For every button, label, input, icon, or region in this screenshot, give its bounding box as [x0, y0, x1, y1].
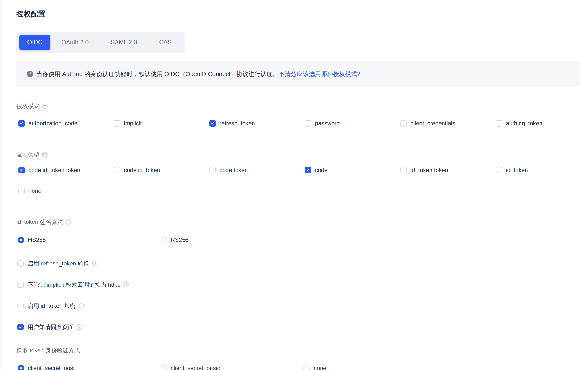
checkbox-icon[interactable]: [114, 120, 120, 127]
protocol-tab[interactable]: OIDC: [19, 35, 50, 50]
return-type-option[interactable]: code token: [209, 166, 305, 174]
token-auth-section-label: 换取 token 身份验证方式: [16, 346, 579, 355]
radio-icon[interactable]: [161, 237, 167, 243]
option-label: none: [314, 365, 326, 370]
option-label: RS256: [171, 237, 188, 243]
option-label: 启用 id_token 加密: [28, 302, 76, 310]
authorization-config-panel: 授权配置 OIDC OAuth 2.0 SAML 2.0 CAS i 当你使用 …: [0, 0, 588, 370]
option-label: 不强制 implicit 模式回调链接为 https: [28, 281, 120, 289]
option-label: client_secret_basic: [171, 365, 220, 370]
option-label: refresh_token: [220, 120, 255, 127]
info-banner: i 当你使用 Authing 的身份认证功能时，默认使用 OIDC（OpenID…: [16, 61, 579, 87]
radio-icon[interactable]: [18, 237, 24, 243]
checkbox-icon[interactable]: [18, 167, 25, 173]
checkbox-icon[interactable]: [17, 324, 24, 330]
help-question-icon[interactable]: ?: [42, 104, 48, 109]
checkbox-icon[interactable]: [17, 282, 24, 288]
help-question-icon[interactable]: ?: [123, 282, 128, 287]
grant-mode-option[interactable]: authorization_code: [18, 119, 114, 128]
banner-help-link[interactable]: 不清楚应该选用哪种授权模式?: [279, 70, 360, 78]
grant-mode-option[interactable]: refresh_token: [209, 119, 305, 128]
option-label: 启用 refresh_token 轮换: [28, 260, 89, 267]
help-question-icon[interactable]: ?: [77, 324, 82, 330]
signing-alg-option[interactable]: RS256: [161, 236, 304, 244]
tab-label: CAS: [159, 39, 171, 46]
option-label: authorization_code: [29, 120, 77, 127]
radio-icon[interactable]: [18, 365, 24, 370]
option-label: id_token: [506, 167, 528, 173]
signing-alg-option[interactable]: HS256: [18, 236, 161, 244]
toggle-option[interactable]: 不强制 implicit 模式回调链接为 https ?: [17, 280, 579, 289]
option-label: none: [29, 187, 41, 194]
option-label: code token: [220, 167, 248, 173]
token-auth-option[interactable]: client_secret_basic: [161, 364, 304, 370]
return-type-option[interactable]: id_token token: [400, 166, 496, 174]
page-title: 授权配置: [16, 9, 579, 19]
return-type-option[interactable]: none: [18, 186, 114, 195]
protocol-tab-group: OIDC OAuth 2.0 SAML 2.0 CAS: [16, 32, 186, 52]
option-label: client_credentials: [410, 120, 455, 127]
return-type-option[interactable]: code id_token: [114, 166, 209, 174]
option-label: authing_token: [506, 120, 542, 127]
return-type-checkbox-grid: code id_token token code id_token code t…: [16, 166, 579, 195]
token-auth-option[interactable]: client_secret_post: [18, 364, 161, 370]
tab-label: OAuth 2.0: [62, 39, 89, 46]
option-label: client_secret_post: [28, 365, 74, 370]
tab-label: SAML 2.0: [111, 39, 137, 46]
grant-mode-option[interactable]: password: [305, 119, 400, 128]
checkbox-icon[interactable]: [209, 120, 216, 127]
option-label: 用户知情同意页面: [28, 323, 74, 331]
section-label-text: 换取 token 身份验证方式: [16, 347, 80, 354]
section-label-text: id_token 签名算法: [16, 218, 63, 226]
checkbox-icon[interactable]: [400, 120, 407, 127]
checkbox-icon[interactable]: [17, 260, 24, 267]
token-auth-option[interactable]: none: [304, 364, 446, 370]
help-question-icon[interactable]: ?: [42, 152, 48, 157]
return-type-section-label: 返回类型 ?: [16, 150, 579, 159]
toggle-option[interactable]: 启用 id_token 加密 ?: [17, 302, 579, 310]
signing-alg-radio-group: HS256 RS256: [16, 236, 579, 244]
help-question-icon[interactable]: ?: [66, 219, 71, 224]
toggle-option[interactable]: 启用 refresh_token 轮换 ?: [17, 259, 579, 268]
banner-text: 当你使用 Authing 的身份认证功能时，默认使用 OIDC（OpenID C…: [36, 70, 279, 78]
return-type-option[interactable]: code: [305, 166, 400, 174]
checkbox-icon[interactable]: [18, 120, 25, 127]
signing-alg-section-label: id_token 签名算法 ?: [16, 218, 579, 226]
protocol-tab[interactable]: SAML 2.0: [100, 35, 148, 50]
radio-icon[interactable]: [304, 365, 310, 370]
grant-mode-option[interactable]: implicit: [114, 119, 209, 128]
oidc-toggle-list: 启用 refresh_token 轮换 ? 不强制 implicit 模式回调链…: [16, 259, 579, 331]
help-question-icon[interactable]: ?: [92, 261, 97, 266]
return-type-option[interactable]: code id_token token: [18, 166, 114, 174]
grant-mode-option[interactable]: client_credentials: [400, 119, 496, 128]
checkbox-icon[interactable]: [496, 167, 502, 173]
option-label: code: [315, 167, 327, 173]
protocol-tab[interactable]: CAS: [148, 35, 183, 50]
checkbox-icon[interactable]: [496, 120, 502, 127]
grant-mode-option[interactable]: authing_token: [496, 119, 588, 128]
radio-icon[interactable]: [161, 365, 167, 370]
grant-mode-checkbox-grid: authorization_code implicit refresh_toke…: [16, 119, 579, 128]
checkbox-icon[interactable]: [305, 120, 311, 127]
info-circle-icon: i: [27, 71, 33, 77]
option-label: code id_token: [124, 167, 160, 173]
section-label-text: 返回类型: [16, 150, 40, 158]
tab-label: OIDC: [27, 39, 42, 46]
option-label: HS256: [28, 237, 46, 243]
help-question-icon[interactable]: ?: [79, 303, 84, 309]
checkbox-icon[interactable]: [17, 303, 24, 309]
checkbox-icon[interactable]: [114, 167, 120, 173]
checkbox-icon[interactable]: [209, 167, 216, 173]
option-label: implicit: [124, 120, 142, 127]
toggle-option[interactable]: 用户知情同意页面 ?: [17, 323, 579, 331]
option-label: id_token token: [410, 167, 448, 173]
option-label: password: [315, 120, 340, 127]
checkbox-icon[interactable]: [400, 167, 407, 173]
checkbox-icon[interactable]: [18, 188, 25, 194]
token-auth-radio-group: client_secret_post client_secret_basic n…: [16, 364, 579, 370]
protocol-tab[interactable]: OAuth 2.0: [50, 35, 100, 50]
grant-mode-section-label: 授权模式 ?: [16, 102, 579, 110]
left-edge-divider: [0, 0, 2, 370]
checkbox-icon[interactable]: [305, 167, 311, 173]
return-type-option[interactable]: id_token: [496, 166, 588, 174]
